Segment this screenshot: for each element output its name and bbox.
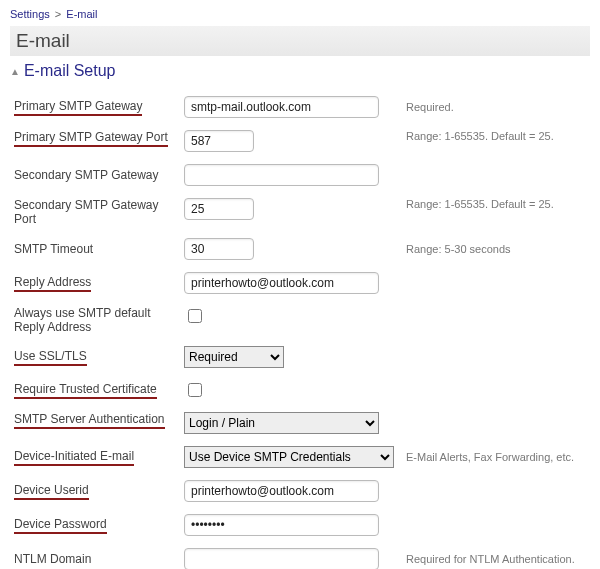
breadcrumb-root[interactable]: Settings [10,8,50,20]
primary-smtp-port-label: Primary SMTP Gateway Port [14,130,168,147]
device-password-input[interactable] [184,514,379,536]
ntlm-domain-label: NTLM Domain [14,552,91,566]
primary-smtp-port-input[interactable] [184,130,254,152]
smtp-timeout-input[interactable] [184,238,254,260]
primary-smtp-gateway-hint: Required. [394,101,590,113]
secondary-smtp-port-hint: Range: 1-65535. Default = 25. [394,198,590,210]
require-trusted-cert-checkbox[interactable] [188,383,202,397]
use-ssl-label: Use SSL/TLS [14,349,87,366]
smtp-auth-select[interactable]: Login / Plain [184,412,379,434]
device-initiated-label: Device-Initiated E-mail [14,449,134,466]
secondary-smtp-gateway-input[interactable] [184,164,379,186]
secondary-smtp-port-input[interactable] [184,198,254,220]
device-initiated-hint: E-Mail Alerts, Fax Forwarding, etc. [394,451,590,463]
smtp-auth-label: SMTP Server Authentication [14,412,165,429]
always-default-reply-label: Always use SMTP default Reply Address [14,306,151,334]
collapse-icon: ▲ [10,66,20,77]
always-default-reply-checkbox[interactable] [188,309,202,323]
secondary-smtp-gateway-label: Secondary SMTP Gateway [14,168,159,182]
section-title: E-mail Setup [24,62,116,80]
device-userid-input[interactable] [184,480,379,502]
primary-smtp-port-hint: Range: 1-65535. Default = 25. [394,130,590,142]
breadcrumb-sep: > [55,8,61,20]
device-password-label: Device Password [14,517,107,534]
device-initiated-select[interactable]: Use Device SMTP Credentials [184,446,394,468]
secondary-smtp-port-label: Secondary SMTP Gateway Port [14,198,159,226]
primary-smtp-gateway-label: Primary SMTP Gateway [14,99,142,116]
ntlm-domain-hint: Required for NTLM Authentication. [394,553,590,565]
smtp-timeout-label: SMTP Timeout [14,242,93,256]
reply-address-input[interactable] [184,272,379,294]
reply-address-label: Reply Address [14,275,91,292]
ntlm-domain-input[interactable] [184,548,379,569]
device-userid-label: Device Userid [14,483,89,500]
page-title: E-mail [10,26,590,56]
smtp-timeout-hint: Range: 5-30 seconds [394,243,590,255]
section-header[interactable]: ▲ E-mail Setup [10,56,590,90]
primary-smtp-gateway-input[interactable] [184,96,379,118]
require-trusted-cert-label: Require Trusted Certificate [14,382,157,399]
breadcrumb-current: E-mail [66,8,97,20]
use-ssl-select[interactable]: Required [184,346,284,368]
breadcrumb: Settings > E-mail [10,6,590,26]
